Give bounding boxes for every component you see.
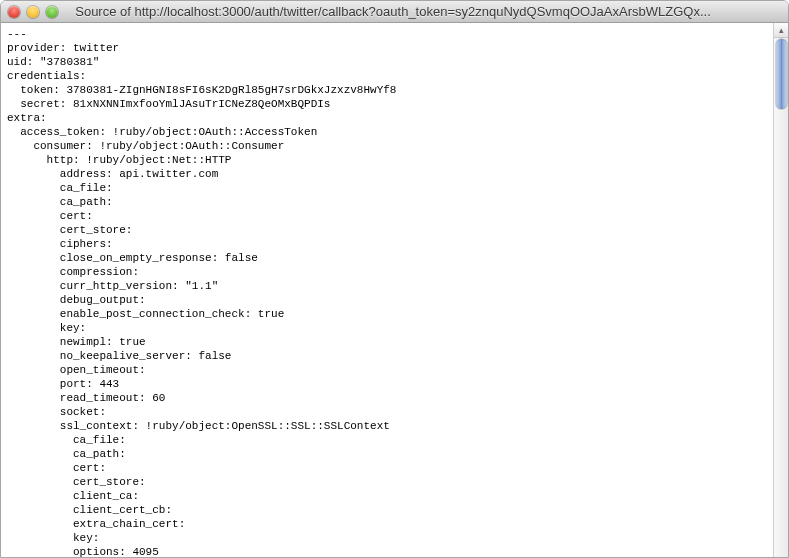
browser-source-window: Source of http://localhost:3000/auth/twi… — [0, 0, 789, 558]
close-icon[interactable] — [8, 6, 20, 18]
source-text[interactable]: --- provider: twitter uid: "3780381" cre… — [1, 23, 773, 557]
window-title: Source of http://localhost:3000/auth/twi… — [65, 4, 781, 19]
traffic-lights — [8, 6, 58, 18]
content-wrap: --- provider: twitter uid: "3780381" cre… — [1, 23, 788, 557]
scroll-up-icon[interactable]: ▴ — [774, 23, 788, 38]
titlebar[interactable]: Source of http://localhost:3000/auth/twi… — [1, 1, 788, 23]
scroll-thumb[interactable] — [776, 39, 787, 109]
zoom-icon[interactable] — [46, 6, 58, 18]
minimize-icon[interactable] — [27, 6, 39, 18]
vertical-scrollbar[interactable]: ▴ — [773, 23, 788, 557]
